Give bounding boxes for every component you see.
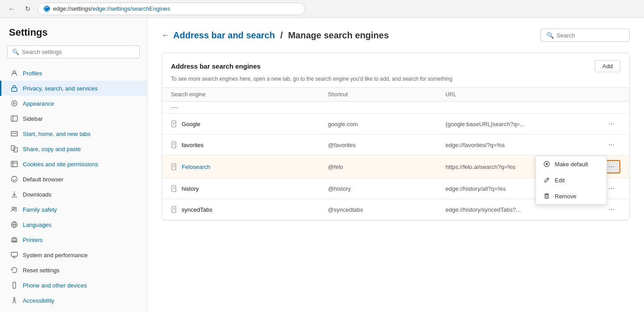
- reset-icon: [10, 266, 18, 274]
- context-menu-remove[interactable]: Remove: [536, 188, 607, 204]
- add-button[interactable]: Add: [595, 60, 620, 72]
- header-search-icon: 🔍: [546, 32, 554, 39]
- sidebar-item-family-safety-label: Family safety: [23, 206, 57, 213]
- svg-rect-2: [12, 88, 17, 91]
- header-search-box[interactable]: 🔍: [540, 29, 630, 42]
- appearance-icon: [10, 99, 18, 107]
- sidebar-icon: [10, 115, 18, 123]
- sidebar-item-privacy[interactable]: Privacy, search, and services: [0, 81, 147, 96]
- sidebar-item-languages[interactable]: Languages: [0, 217, 147, 232]
- downloads-icon: [10, 190, 18, 198]
- more-button-favorites[interactable]: ···: [602, 139, 620, 151]
- family-safety-icon: [10, 205, 18, 213]
- privacy-icon: [10, 84, 18, 92]
- sidebar-item-reset-label: Reset settings: [23, 267, 59, 274]
- address-bar[interactable]: edge://settings/edge://settings/searchEn…: [37, 3, 305, 15]
- sidebar-item-sidebar-label: Sidebar: [23, 115, 43, 122]
- sidebar-item-printers-label: Printers: [23, 237, 43, 243]
- sidebar-search-box[interactable]: 🔍: [7, 45, 140, 58]
- cookies-icon: [10, 160, 18, 168]
- shortcut-google: google.com: [328, 121, 446, 127]
- page-title: Manage search engines: [288, 30, 389, 41]
- sidebar-item-share-copy[interactable]: Share, copy and paste: [0, 141, 147, 156]
- sidebar-item-family-safety[interactable]: Family safety: [0, 202, 147, 217]
- remove-icon: [543, 193, 550, 200]
- context-menu-edit[interactable]: Edit: [536, 172, 607, 188]
- back-button[interactable]: ←: [5, 3, 18, 15]
- svg-point-17: [15, 207, 17, 209]
- svg-rect-10: [14, 148, 17, 152]
- svg-rect-23: [11, 252, 17, 256]
- sidebar-item-system[interactable]: System and performance: [0, 247, 147, 263]
- address-text: edge://settings/edge://settings/searchEn…: [53, 5, 170, 12]
- url-google: {google:baseURL}search?q=...: [445, 121, 602, 127]
- sidebar-item-cookies-label: Cookies and site permissions: [23, 161, 98, 168]
- col-header-engine: Search engine: [171, 91, 328, 98]
- search-engines-card: Address bar search engines Add To see mo…: [162, 53, 630, 221]
- more-button-syncedtabs[interactable]: ···: [602, 204, 620, 215]
- sidebar-item-reset[interactable]: Reset settings: [0, 263, 147, 278]
- svg-point-27: [14, 287, 15, 288]
- sidebar-item-printers[interactable]: Printers: [0, 232, 147, 247]
- svg-rect-9: [11, 146, 15, 150]
- card-title: Address bar search engines: [171, 62, 261, 70]
- sidebar-item-default-browser[interactable]: Default browser: [0, 172, 147, 187]
- svg-point-16: [12, 207, 14, 209]
- sidebar-item-cookies[interactable]: Cookies and site permissions: [0, 156, 147, 172]
- system-icon: [10, 251, 18, 259]
- shortcut-syncedtabs: @syncedtabs: [328, 206, 446, 213]
- header-search-input[interactable]: [557, 32, 624, 39]
- shortcut-favorites: @favorites: [328, 142, 446, 148]
- browser-chrome: ← ↻ edge://settings/edge://settings/sear…: [0, 0, 644, 18]
- sidebar-title: Settings: [0, 27, 147, 45]
- svg-line-41: [547, 179, 548, 180]
- make-default-icon: [543, 160, 550, 168]
- svg-rect-22: [12, 241, 16, 242]
- sidebar-item-accessibility[interactable]: Accessibility: [0, 293, 147, 308]
- table-row: favorites @favorites edge://favorites/?q…: [162, 135, 629, 156]
- svg-point-28: [14, 298, 15, 299]
- shortcut-felosearch: @felo: [328, 164, 446, 170]
- start-home-icon: [10, 130, 18, 138]
- shortcut-history: @history: [328, 185, 446, 192]
- sidebar-search-icon: 🔍: [12, 49, 19, 55]
- separator-row: —: [162, 102, 629, 114]
- languages-icon: [10, 221, 18, 229]
- sidebar-search-input[interactable]: [22, 49, 135, 55]
- engine-icon-google: [171, 120, 178, 127]
- breadcrumb-link[interactable]: Address bar and search: [173, 30, 275, 41]
- col-header-shortcut: Shortcut: [328, 91, 446, 98]
- svg-point-4: [13, 103, 15, 104]
- sidebar-item-default-browser-label: Default browser: [23, 176, 63, 183]
- sidebar-item-about[interactable]: About Microsoft Edge: [0, 308, 147, 312]
- sidebar-item-downloads[interactable]: Downloads: [0, 187, 147, 202]
- sidebar-item-downloads-label: Downloads: [23, 191, 51, 198]
- sidebar-item-system-label: System and performance: [23, 252, 87, 259]
- sidebar-item-appearance[interactable]: Appearance: [0, 96, 147, 111]
- context-menu: Make default Edit Remove: [536, 156, 607, 205]
- edge-logo-icon: [43, 5, 50, 12]
- engine-icon-felosearch: [171, 163, 178, 170]
- sidebar-item-phone[interactable]: Phone and other devices: [0, 278, 147, 293]
- svg-rect-42: [545, 195, 548, 198]
- table-header: Search engine Shortcut URL: [162, 87, 629, 102]
- profiles-icon: [10, 69, 18, 77]
- sidebar-item-sidebar[interactable]: Sidebar: [0, 111, 147, 126]
- sidebar-item-languages-label: Languages: [23, 222, 51, 228]
- table-row-felosearch: Felosearch @felo https://felo.ai/search?…: [162, 156, 629, 178]
- engine-name-felosearch: Felosearch: [171, 163, 328, 170]
- engine-name-google: Google: [171, 120, 328, 127]
- breadcrumb-separator: /: [280, 30, 283, 41]
- svg-point-40: [546, 163, 548, 165]
- url-syncedtabs: edge://history/syncedTabs?...: [445, 206, 602, 213]
- refresh-button[interactable]: ↻: [21, 3, 34, 15]
- edit-icon: [543, 177, 550, 184]
- more-button-google[interactable]: ···: [602, 118, 620, 130]
- sidebar-item-profiles[interactable]: Profiles: [0, 66, 147, 81]
- back-to-address-bar-button[interactable]: ←: [162, 31, 170, 40]
- card-header: Address bar search engines Add: [162, 53, 629, 76]
- sidebar-item-start-home[interactable]: Start, home, and new tabs: [0, 126, 147, 141]
- col-header-actions: [602, 91, 620, 98]
- context-menu-make-default[interactable]: Make default: [536, 156, 607, 172]
- sidebar-item-profiles-label: Profiles: [23, 70, 42, 77]
